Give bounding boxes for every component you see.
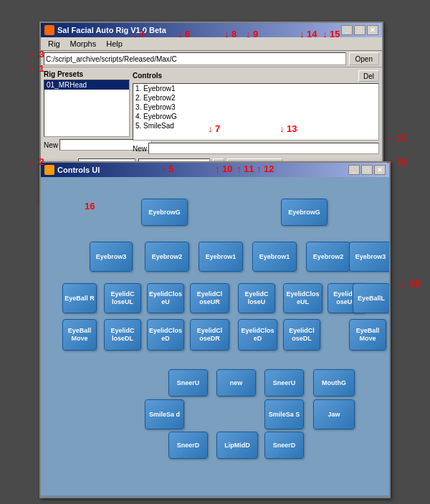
ctrl-btn-EyelidCloseDL2[interactable]: EyelidCl oseDL — [283, 319, 320, 351]
ctrl-btn-SneerD_L[interactable]: SneerD — [168, 432, 208, 459]
ctrl-item-3[interactable]: 3. Eyebrow3 — [133, 103, 378, 112]
annotation-14: ↓ 14 — [300, 29, 317, 39]
ctrl-btn-MouthG[interactable]: MouthG — [313, 369, 355, 396]
controls-new-input[interactable] — [148, 143, 379, 154]
controls-title-area: Controls UI — [44, 165, 100, 175]
ctrl-btn-new[interactable]: new — [216, 369, 256, 396]
ctrl-btn-Eyebrow3_L[interactable]: Eyebrow3 — [90, 242, 133, 272]
right-panel: Controls Del 1. Eyebrow1 2. Eyebrow2 3. … — [133, 70, 379, 154]
ctrl-btn-EyebrowG_R[interactable]: EyebrowG — [281, 199, 328, 226]
ctrl-item-1[interactable]: 1. Eyebrow1 — [133, 84, 378, 93]
rig-title-text: Sal Facial Auto Rig V1.0 Beta — [57, 26, 166, 34]
ctrl-btn-EyelidCloseDR[interactable]: EyelidCl oseDR — [190, 319, 229, 351]
annotation-15: ↓ 15 — [322, 29, 340, 39]
main-area: Rig Presets 01_MRHead New Controls Del 1… — [41, 67, 382, 157]
ctrl-item-4[interactable]: 4. EyebrowG — [133, 112, 378, 121]
ctrl-btn-Eyebrow2_R[interactable]: Eyebrow2 — [306, 242, 350, 272]
rig-presets-label: Rig Presets — [44, 70, 130, 78]
new-label-1: New — [44, 141, 58, 149]
annotation-19: ← 19 — [398, 278, 420, 289]
ctrl-btn-Jaw[interactable]: Jaw — [313, 399, 355, 429]
controls-header: Controls Del — [133, 70, 379, 82]
annotation-2: ← 2 — [27, 156, 44, 167]
menu-rig[interactable]: Rig — [44, 39, 64, 49]
ctrl-btn-Eyebrow1_L[interactable]: Eyebrow1 — [199, 242, 243, 272]
ctrl-btn-EyeBallMove_L[interactable]: EyeBall Move — [62, 319, 97, 351]
ctrl-btn-Eyebrow2_L[interactable]: Eyebrow2 — [145, 242, 189, 272]
left-panel: Rig Presets 01_MRHead New — [44, 70, 130, 154]
ctrl-btn-SmileSad_L[interactable]: SmileSa d — [145, 399, 184, 429]
open-button[interactable]: Open — [349, 52, 379, 65]
ctrl-btn-EyelidCloseD[interactable]: EyelidClos eD — [147, 319, 184, 351]
annotation-16: 16 — [85, 201, 95, 211]
ctrl-btn-EyelidCloseDL[interactable]: EyelidC loseDL — [104, 319, 141, 351]
controls-title-text: Controls UI — [57, 166, 100, 174]
ctrl-btn-EyeBallR[interactable]: EyeBall R — [62, 283, 97, 313]
ctrl-btn-EyeBallL[interactable]: EyeBallL — [353, 283, 389, 313]
annotation-5: ↑ 5 — [161, 163, 173, 174]
ctrl-btn-EyelidCloseU2[interactable]: EyelidC loseU — [238, 283, 275, 313]
list-item-mrhead[interactable]: 01_MRHead — [44, 80, 129, 90]
controls-maximize[interactable]: □ — [361, 165, 373, 175]
ctrl-btn-Eyebrow3_R[interactable]: Eyebrow3 — [349, 242, 389, 272]
del-button[interactable]: Del — [358, 70, 379, 82]
annotation-18: ← 18 — [385, 156, 407, 167]
annotation-12: ↑ 12 — [257, 163, 274, 174]
annotation-1: ← 1 — [27, 63, 44, 74]
controls-window: Controls UI _ □ ✕ EyebrowGEyebrowGEyebro… — [39, 161, 391, 498]
rig-new-row: New — [44, 139, 130, 151]
annotation-6: ↓ 6 — [178, 29, 190, 39]
ctrl-btn-EyelidCloseD2[interactable]: EyelidClos eD — [238, 319, 277, 351]
controls-label: Controls — [133, 72, 162, 80]
rig-title-area: Sal Facial Auto Rig V1.0 Beta — [44, 25, 166, 35]
ctrl-btn-SneerD_R[interactable]: SneerD — [264, 432, 304, 459]
ctrl-item-2[interactable]: 2. Eyebrow2 — [133, 93, 378, 103]
menu-help[interactable]: Help — [102, 39, 127, 49]
controls-close[interactable]: ✕ — [374, 165, 386, 175]
rig-window-controls: _ □ ✕ — [341, 25, 378, 35]
ctrl-btn-SneerU_R[interactable]: SneerU — [264, 369, 304, 396]
maximize-button[interactable]: □ — [354, 25, 366, 35]
close-button[interactable]: ✕ — [367, 25, 378, 35]
ctrl-btn-EyeBallMove_R[interactable]: EyeBall Move — [349, 319, 386, 351]
ctrl-btn-LipMidD[interactable]: LipMidD — [216, 432, 258, 459]
annotation-11: ↑ 11 — [236, 163, 254, 174]
annotation-4: ↓ 4 — [133, 29, 145, 39]
ctrl-btn-EyebrowG_L[interactable]: EyebrowG — [141, 199, 188, 226]
controls-minimize[interactable]: _ — [348, 165, 360, 175]
controls-body: EyebrowGEyebrowGEyebrow3Eyebrow2Eyebrow1… — [41, 177, 389, 495]
new-label-2: New — [133, 145, 147, 153]
controls-window-buttons: _ □ ✕ — [348, 165, 386, 175]
path-input[interactable] — [44, 52, 346, 65]
rig-presets-list[interactable]: 01_MRHead — [44, 80, 130, 137]
minimize-button[interactable]: _ — [341, 25, 353, 35]
annotation-7: ↓ 7 — [208, 123, 220, 134]
rig-window-icon — [44, 25, 54, 35]
ctrl-btn-EyelidCloseUL[interactable]: EyelidC loseUL — [104, 283, 141, 313]
ctrl-btn-SneerU_L[interactable]: SneerU — [168, 369, 208, 396]
ctrl-btn-SmileSad_R[interactable]: SmileSa S — [264, 399, 304, 429]
ctrl-btn-Eyebrow1_R[interactable]: Eyebrow1 — [252, 242, 297, 272]
annotation-13: ↓ 13 — [280, 123, 297, 134]
ctrl-btn-EyelidCloseUL2[interactable]: EyelidClos eUL — [283, 283, 322, 313]
menu-morphs[interactable]: Morphs — [66, 39, 101, 49]
annotation-3: ← 3 — [27, 49, 44, 60]
controls-list[interactable]: 1. Eyebrow1 2. Eyebrow2 3. Eyebrow3 4. E… — [133, 83, 379, 141]
annotation-9: ↓ 9 — [246, 29, 258, 39]
annotation-10: ↑ 10 — [215, 163, 233, 174]
path-bar: Open — [41, 51, 382, 67]
annotation-8: ↓ 8 — [224, 29, 236, 39]
controls-new-row: New — [133, 143, 379, 154]
ctrl-item-5[interactable]: 5. SmileSad — [133, 121, 378, 130]
ctrl-btn-EyelidCloseUR[interactable]: EyelidCl oseUR — [190, 283, 229, 313]
controls-window-icon — [44, 165, 54, 175]
annotation-17: ← 17 — [385, 133, 407, 143]
ctrl-btn-EyelidCloseU[interactable]: EyelidClos eU — [147, 283, 184, 313]
